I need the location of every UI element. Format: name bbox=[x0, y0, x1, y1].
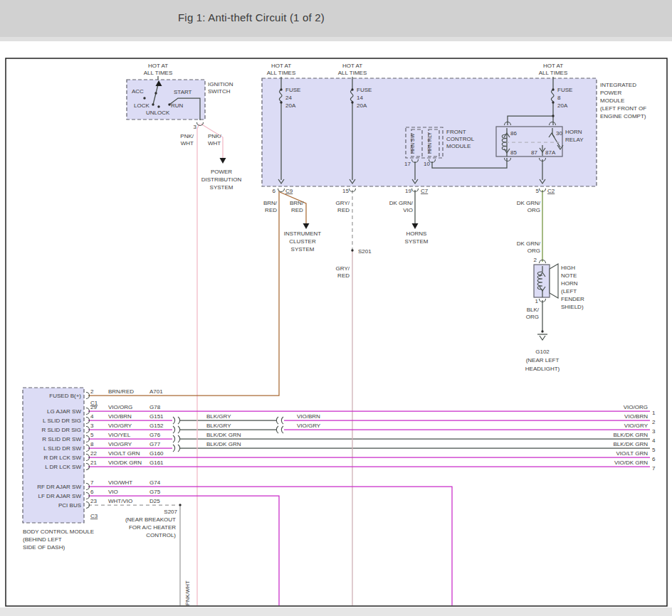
diagram-label: 7 bbox=[652, 465, 656, 472]
diagram-label: C9 bbox=[285, 188, 293, 194]
diagram-label: HRN SW bbox=[410, 133, 415, 154]
diagram-label: L DR LCK SW bbox=[45, 464, 81, 470]
diagram-label: HRN RLY bbox=[427, 132, 432, 154]
diagram-label: HORN bbox=[561, 280, 578, 287]
diagram-label: DK GRN/ bbox=[517, 240, 541, 247]
diagram-label: BLK/GRY bbox=[206, 413, 231, 420]
diagram-label: 2 bbox=[90, 388, 94, 395]
diagram-label: BLK/GRY bbox=[206, 423, 231, 429]
diagram-label: VIO/GRY bbox=[108, 423, 132, 429]
diagram-label: 22 bbox=[90, 450, 97, 457]
diagram-label: C3 bbox=[90, 513, 98, 519]
diagram-label: 20A bbox=[357, 102, 367, 109]
diagram-label: G152 bbox=[149, 423, 164, 429]
junction-dot bbox=[552, 88, 554, 90]
diagram-label: G161 bbox=[149, 460, 164, 466]
diagram-label: GRY/ bbox=[336, 265, 350, 272]
diagram-label: G151 bbox=[149, 413, 164, 420]
diagram-label: ORG bbox=[526, 314, 539, 320]
diagram-label: WHT bbox=[208, 140, 221, 147]
diagram-label: (LEFT FRONT OF bbox=[600, 105, 646, 112]
diagram-label: 7 bbox=[90, 479, 94, 486]
diagram-label: 30 bbox=[556, 130, 562, 137]
diagram-label: FOR A/C HEATER bbox=[129, 524, 176, 531]
diagram-label: SYSTEM bbox=[291, 246, 315, 253]
junction-dot bbox=[143, 97, 145, 99]
diagram-label: BLK/ bbox=[527, 307, 540, 313]
diagram-label: (LEFT bbox=[561, 288, 577, 294]
diagram-label: (NEAR LEFT bbox=[526, 357, 560, 363]
diagram-label: 8 bbox=[90, 441, 94, 447]
diagram-label: FENDER bbox=[561, 296, 584, 302]
diagram-label: POWER bbox=[600, 90, 621, 96]
diagram-label: 21 bbox=[90, 460, 97, 466]
diagram-label: RED bbox=[337, 207, 350, 213]
diagram-label: CONTROL bbox=[446, 136, 475, 142]
diagram-label: BRN/ bbox=[263, 200, 278, 206]
diagram-label: SYSTEM bbox=[210, 184, 233, 191]
diagram-label: 3 bbox=[194, 124, 197, 130]
diagram-label: PNK/WHT bbox=[184, 580, 191, 605]
high-note-horn-box bbox=[534, 265, 550, 297]
diagram-label: HEADLIGHT) bbox=[525, 366, 560, 372]
diagram-label: S207 bbox=[164, 509, 177, 515]
diagram-label: LG AJAR SW bbox=[47, 408, 81, 415]
diagram-label: INSTRUMENT bbox=[284, 230, 322, 237]
diagram-label: 6 bbox=[90, 489, 94, 495]
junction-dot bbox=[154, 92, 157, 94]
diagram-label: RED bbox=[337, 272, 350, 279]
diagram-label: 15 bbox=[342, 188, 349, 194]
diagram-label: 5 bbox=[652, 447, 656, 453]
diagram-label: 6 bbox=[652, 456, 656, 462]
diagram-label: C1 bbox=[90, 400, 98, 406]
diagram-label: C2 bbox=[547, 188, 555, 194]
diagram-label: 1 bbox=[652, 410, 656, 416]
diagram-label: GRY/ bbox=[336, 200, 350, 206]
diagram-label: A701 bbox=[149, 388, 163, 395]
diagram-label: ALL TIMES bbox=[539, 70, 567, 76]
junction-dot bbox=[351, 249, 353, 251]
diagram-label: FRONT bbox=[446, 129, 466, 135]
diagram-label: BLK/DK GRN bbox=[206, 432, 241, 438]
diagram-label: CLUSTER bbox=[289, 238, 316, 245]
diagram-label: G74 bbox=[149, 479, 161, 486]
diagram-label: 5 bbox=[536, 188, 540, 194]
diagram-label: 2 bbox=[652, 419, 656, 425]
diagram-label: SYSTEM bbox=[405, 238, 429, 245]
diagram-label: G75 bbox=[149, 489, 161, 495]
diagram-label: ALL TIMES bbox=[338, 70, 367, 76]
diagram-label: RELAY bbox=[565, 137, 584, 143]
diagram-label: ORG bbox=[527, 248, 540, 254]
diagram-label: ALL TIMES bbox=[144, 70, 172, 76]
diagram-label: HOT AT bbox=[543, 63, 563, 69]
junction-dot bbox=[552, 115, 554, 117]
diagram-label: FUSE bbox=[285, 87, 300, 93]
wiring-diagram: HOT ATALL TIMESACCLOCKUNLOCKSTARTRUNIGNI… bbox=[0, 0, 672, 616]
diagram-label: ORG bbox=[527, 207, 540, 213]
diagram-label: R DR LCK SW bbox=[44, 455, 82, 461]
diagram-label: FUSE bbox=[357, 87, 372, 93]
diagram-label: BRN/ bbox=[290, 200, 304, 206]
diagram-label: R SLID DR SIG bbox=[41, 427, 81, 433]
junction-dot bbox=[541, 330, 543, 332]
diagram-label: RED bbox=[291, 207, 303, 213]
diagram-label: NOTE bbox=[561, 272, 577, 279]
diagram-label: 20A bbox=[557, 102, 568, 109]
diagram-label: G77 bbox=[149, 441, 161, 447]
diagram-label: ENGINE COMPT) bbox=[600, 113, 646, 120]
diagram-label: IGNITION bbox=[208, 81, 233, 87]
diagram-label: POWER bbox=[211, 169, 232, 175]
diagram-label: C7 bbox=[421, 188, 429, 194]
diagram-label: FUSE bbox=[557, 87, 572, 93]
diagram-label: G160 bbox=[149, 450, 164, 457]
diagram-label: 4 bbox=[90, 413, 94, 420]
diagram-label: 8 bbox=[557, 95, 561, 101]
diagram-label: 87A bbox=[545, 149, 556, 156]
diagram-label: CONTROL) bbox=[146, 532, 176, 538]
diagram-label: VIO/YEL bbox=[108, 432, 131, 438]
diagram-label: G102 bbox=[535, 349, 550, 355]
junction-dot bbox=[157, 105, 159, 107]
diagram-label: L SLID DR SIG bbox=[43, 418, 81, 424]
junction-dot bbox=[552, 101, 554, 103]
diagram-label: VIO/DK GRN bbox=[614, 460, 648, 466]
